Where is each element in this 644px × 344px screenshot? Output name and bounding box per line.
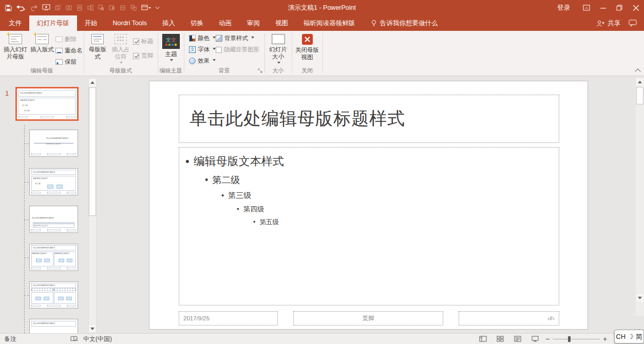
sign-in-button[interactable]: 登录 xyxy=(549,0,578,15)
tab-insert[interactable]: 插入 xyxy=(155,15,183,31)
close-button[interactable] xyxy=(628,0,644,15)
slide-canvas[interactable]: 单击此处编辑母版标题样式 •编辑母版文本样式 •第二级 •第三级 •第四级 •第… xyxy=(149,81,588,330)
insert-slide-master-button[interactable]: 插入幻灯片母版 xyxy=(2,32,29,60)
scroll-down-button[interactable] xyxy=(636,294,643,302)
zoom-in-button[interactable]: + xyxy=(603,334,607,344)
tell-me-box[interactable]: 告诉我你想要做什么 xyxy=(371,15,438,31)
addin-icon[interactable] xyxy=(120,2,126,13)
collapse-ribbon-button[interactable] xyxy=(635,68,640,74)
share-label: 共享 xyxy=(608,19,620,28)
tab-animations[interactable]: 动画 xyxy=(211,15,239,31)
qat-more-chevron-icon[interactable] xyxy=(156,2,159,13)
themes-button[interactable]: 文文 主题 xyxy=(160,32,182,63)
slide-number-placeholder[interactable]: ‹#› xyxy=(459,311,559,325)
comments-icon[interactable] xyxy=(629,20,637,27)
ribbon-display-options-button[interactable] xyxy=(578,0,595,15)
master-title-text: 单击此处编辑母版标题样式 xyxy=(190,107,405,131)
addin-icon[interactable] xyxy=(109,2,115,13)
addin-icon[interactable] xyxy=(55,2,61,13)
layout-thumbnail-two-content[interactable]: 单击此处编辑母版标题样式 编辑母版文本样式 编辑母版文本样式 xyxy=(29,244,78,271)
share-button[interactable]: 共享 xyxy=(596,19,620,28)
layout-thumbnail-section-header[interactable]: 单击此处编辑母版标题样式 编辑母版文本样式 xyxy=(29,206,78,233)
title-checkbox[interactable]: 标题 xyxy=(133,38,153,45)
slide-master-thumbnail[interactable]: 单击此处编辑母版标题样式 编辑母版文本样式 第二级 第三级 xyxy=(15,87,79,121)
slideshow-view-button[interactable] xyxy=(532,336,539,342)
layout-thumbnail-title-only[interactable]: 单击此处编辑母版标题样式 xyxy=(29,319,78,333)
status-bar: 备注 中文(中国) − + xyxy=(0,333,644,344)
reading-view-button[interactable] xyxy=(514,336,521,342)
addin-icon[interactable] xyxy=(66,2,72,13)
insert-layout-button[interactable]: 插入版式 xyxy=(30,32,54,53)
tab-slide-master[interactable]: 幻灯片母版 xyxy=(29,15,77,31)
proofing-icon[interactable] xyxy=(70,336,78,342)
zoom-slider-thumb[interactable] xyxy=(568,336,571,342)
ime-charset: 简 xyxy=(636,332,642,341)
addin-icon[interactable] xyxy=(98,2,104,13)
tab-file[interactable]: 文件 xyxy=(1,15,29,31)
insert-placeholder-icon xyxy=(115,34,127,44)
addin-icon[interactable] xyxy=(77,2,83,13)
themes-icon: 文文 xyxy=(162,34,180,49)
slide-number-label: 1 xyxy=(5,89,9,97)
group-label: 关闭 xyxy=(292,67,323,75)
redo-button[interactable] xyxy=(30,2,37,13)
thumbnail-scrollbar[interactable] xyxy=(88,78,97,333)
scrollbar-thumb[interactable] xyxy=(636,87,643,104)
tab-home[interactable]: 开始 xyxy=(77,15,105,31)
rename-button[interactable]: 重命名 xyxy=(55,47,83,55)
undo-button[interactable] xyxy=(16,2,26,13)
group-edit-master: 插入幻灯片母版 插入版式 删除 重命名 保留 编辑母版 xyxy=(0,31,84,76)
colors-button[interactable]: 颜色 xyxy=(189,34,216,42)
slide-sorter-view-button[interactable] xyxy=(497,336,504,342)
group-background: 颜色 文 字体 效果 背景样式 隐藏背景图形 背景 xyxy=(184,31,264,76)
footer-placeholder[interactable]: 页脚 xyxy=(293,311,443,325)
addin-icon[interactable] xyxy=(87,2,93,13)
main-scrollbar[interactable] xyxy=(636,78,644,316)
zoom-slider[interactable] xyxy=(553,339,600,339)
tab-review[interactable]: 审阅 xyxy=(239,15,268,31)
hide-background-graphics-checkbox[interactable]: 隐藏背景图形 xyxy=(216,46,259,53)
insert-placeholder-button[interactable]: 插入占位符 xyxy=(109,32,132,65)
save-button[interactable] xyxy=(5,2,12,13)
title-placeholder[interactable]: 单击此处编辑母版标题样式 xyxy=(179,95,559,143)
qat-customize-button[interactable] xyxy=(141,2,151,13)
date-placeholder[interactable]: 2017/9/25 xyxy=(179,311,278,325)
master-layout-button[interactable]: 母版版式 xyxy=(87,32,108,60)
scroll-up-button[interactable] xyxy=(636,78,643,86)
background-styles-button[interactable]: 背景样式 xyxy=(216,34,254,42)
ime-halfwidth-icon: ☽ xyxy=(628,333,634,340)
restore-button[interactable] xyxy=(611,0,628,15)
effects-button[interactable]: 效果 xyxy=(189,57,216,65)
scroll-up-button[interactable] xyxy=(89,79,96,86)
close-master-view-button[interactable]: 关闭母版视图 xyxy=(294,32,320,61)
ime-indicator[interactable]: CH ☽ 简 xyxy=(614,330,644,343)
body-placeholder[interactable]: •编辑母版文本样式 •第二级 •第三级 •第四级 •第五级 xyxy=(179,147,559,305)
delete-button[interactable]: 删除 xyxy=(55,35,77,43)
tab-view[interactable]: 视图 xyxy=(268,15,296,31)
preserve-button[interactable]: 保留 xyxy=(55,58,77,66)
lightbulb-icon xyxy=(371,20,377,27)
normal-view-button[interactable] xyxy=(479,336,487,342)
rename-icon xyxy=(55,48,63,53)
body-level-4: •第四级 xyxy=(237,205,554,214)
addin-icon[interactable] xyxy=(130,2,137,13)
tab-transitions[interactable]: 切换 xyxy=(183,15,211,31)
footer-checkbox[interactable]: 页脚 xyxy=(133,52,153,60)
scrollbar-thumb[interactable] xyxy=(89,87,96,216)
slide-thumbnail-panel: 1 单击此处编辑母版标题样式 编辑母版文本样式 第二级 第三级 单击此处编辑母版… xyxy=(0,76,98,333)
language-indicator[interactable]: 中文(中国) xyxy=(83,334,112,344)
checkbox-icon xyxy=(133,53,139,59)
layout-thumbnail-title-slide[interactable]: 单击此处编辑母版标题样式 编辑母版文本样式 xyxy=(29,130,78,157)
layout-thumbnail-comparison[interactable]: 单击此处编辑母版标题样式 xyxy=(29,281,78,309)
layout-thumbnail-title-and-content[interactable]: 单击此处编辑母版标题样式 编辑母版文本样式 第二级 xyxy=(29,168,78,195)
zoom-out-button[interactable]: − xyxy=(545,334,550,344)
notes-button[interactable]: 备注 xyxy=(4,334,16,344)
start-slideshow-button[interactable] xyxy=(42,2,50,13)
slide-master-icon xyxy=(9,34,22,44)
minimize-button[interactable] xyxy=(595,0,611,15)
tab-nordri-tools[interactable]: Nordri Tools xyxy=(105,15,155,31)
fonts-button[interactable]: 文 字体 xyxy=(189,46,216,53)
scroll-down-button[interactable] xyxy=(89,325,96,333)
tab-foxit-reader[interactable]: 福昕阅读器领鲜版 xyxy=(296,15,363,31)
slide-size-button[interactable]: 幻灯片大小 xyxy=(268,32,289,65)
